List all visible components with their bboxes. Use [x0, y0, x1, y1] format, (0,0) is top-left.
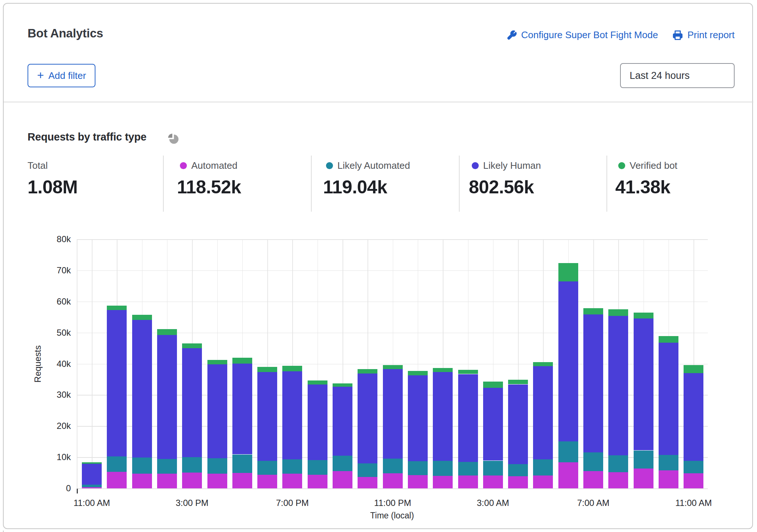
- bar-segment-automated[interactable]: [583, 471, 603, 488]
- bar-segment-likely-human[interactable]: [608, 316, 628, 455]
- bar-segment-verified-bot[interactable]: [207, 360, 227, 365]
- bar-segment-verified-bot[interactable]: [608, 309, 628, 316]
- bar-segment-likely-automated[interactable]: [684, 461, 703, 473]
- bar-segment-automated[interactable]: [157, 474, 177, 488]
- bar-segment-likely-human[interactable]: [433, 372, 453, 461]
- bar-segment-likely-human[interactable]: [583, 314, 603, 453]
- bar-segment-verified-bot[interactable]: [132, 315, 152, 320]
- bar-segment-likely-automated[interactable]: [282, 459, 302, 474]
- bar-segment-automated[interactable]: [182, 473, 202, 488]
- bar-segment-likely-human[interactable]: [533, 366, 553, 459]
- bar-segment-verified-bot[interactable]: [383, 365, 403, 369]
- bar-segment-verified-bot[interactable]: [232, 358, 252, 364]
- bar-segment-likely-human[interactable]: [207, 364, 227, 458]
- bar-segment-automated[interactable]: [684, 473, 703, 488]
- bar-segment-likely-human[interactable]: [634, 318, 653, 451]
- bar-segment-automated[interactable]: [107, 472, 127, 488]
- bar-segment-likely-automated[interactable]: [408, 461, 428, 475]
- bar-segment-likely-automated[interactable]: [132, 458, 152, 474]
- bar-segment-likely-automated[interactable]: [583, 452, 603, 471]
- bar-segment-verified-bot[interactable]: [257, 367, 277, 372]
- bar-segment-verified-bot[interactable]: [107, 306, 127, 310]
- bar-segment-likely-human[interactable]: [232, 364, 252, 455]
- bar-segment-likely-automated[interactable]: [182, 457, 202, 473]
- bar-segment-automated[interactable]: [207, 474, 227, 488]
- bar-segment-verified-bot[interactable]: [583, 308, 603, 314]
- bar-segment-likely-automated[interactable]: [508, 464, 528, 476]
- bar-segment-likely-automated[interactable]: [533, 459, 553, 475]
- bar-segment-automated[interactable]: [433, 476, 453, 488]
- bar-segment-verified-bot[interactable]: [433, 368, 453, 372]
- bar-segment-likely-automated[interactable]: [458, 462, 478, 475]
- bar-segment-automated[interactable]: [659, 470, 678, 488]
- bar-segment-automated[interactable]: [483, 475, 503, 488]
- bar-segment-verified-bot[interactable]: [182, 343, 202, 348]
- bar-segment-likely-automated[interactable]: [383, 459, 403, 473]
- bar-segment-automated[interactable]: [358, 477, 377, 488]
- bar-segment-likely-human[interactable]: [333, 387, 352, 456]
- bar-segment-likely-human[interactable]: [408, 375, 428, 461]
- bar-segment-verified-bot[interactable]: [558, 263, 578, 281]
- bar-segment-automated[interactable]: [458, 475, 478, 488]
- bar-segment-automated[interactable]: [308, 475, 327, 488]
- bar-segment-verified-bot[interactable]: [508, 380, 528, 385]
- bar-segment-automated[interactable]: [608, 472, 628, 488]
- bar-segment-likely-human[interactable]: [132, 320, 152, 458]
- bar-segment-likely-automated[interactable]: [107, 456, 127, 472]
- bar-segment-verified-bot[interactable]: [659, 336, 678, 343]
- bar-segment-likely-human[interactable]: [308, 385, 327, 460]
- bar-segment-likely-automated[interactable]: [358, 463, 377, 477]
- bar-segment-verified-bot[interactable]: [533, 362, 553, 366]
- bar-segment-automated[interactable]: [408, 475, 428, 488]
- bar-segment-likely-automated[interactable]: [433, 461, 453, 476]
- bar-segment-likely-automated[interactable]: [207, 458, 227, 474]
- bar-segment-likely-human[interactable]: [157, 335, 177, 459]
- bar-segment-verified-bot[interactable]: [358, 369, 377, 374]
- bar-segment-likely-human[interactable]: [684, 373, 703, 461]
- bar-segment-likely-automated[interactable]: [157, 459, 177, 474]
- bar-segment-automated[interactable]: [508, 476, 528, 488]
- bar-segment-verified-bot[interactable]: [408, 371, 428, 375]
- bar-segment-verified-bot[interactable]: [282, 366, 302, 371]
- bar-segment-likely-human[interactable]: [483, 388, 503, 461]
- bar-segment-automated[interactable]: [533, 475, 553, 488]
- bar-segment-automated[interactable]: [257, 475, 277, 488]
- bar-segment-verified-bot[interactable]: [308, 380, 327, 385]
- bar-segment-likely-automated[interactable]: [634, 451, 653, 469]
- bar-segment-verified-bot[interactable]: [333, 383, 352, 387]
- bar-segment-likely-human[interactable]: [659, 343, 678, 455]
- bar-segment-likely-automated[interactable]: [608, 455, 628, 472]
- bar-segment-likely-automated[interactable]: [558, 441, 578, 462]
- bar-segment-likely-human[interactable]: [358, 374, 377, 463]
- bar-segment-automated[interactable]: [82, 487, 102, 488]
- bar-segment-likely-automated[interactable]: [257, 461, 277, 474]
- bar-segment-likely-human[interactable]: [257, 372, 277, 461]
- bar-segment-likely-automated[interactable]: [82, 485, 102, 487]
- bar-segment-likely-human[interactable]: [458, 374, 478, 462]
- bar-segment-likely-human[interactable]: [282, 371, 302, 459]
- bar-segment-verified-bot[interactable]: [684, 365, 703, 373]
- bar-segment-verified-bot[interactable]: [458, 370, 478, 374]
- bar-segment-likely-human[interactable]: [82, 464, 102, 485]
- bar-segment-likely-human[interactable]: [508, 385, 528, 464]
- bar-segment-verified-bot[interactable]: [157, 329, 177, 335]
- bar-segment-likely-automated[interactable]: [308, 460, 327, 475]
- bar-segment-automated[interactable]: [333, 471, 352, 488]
- bar-segment-automated[interactable]: [132, 474, 152, 488]
- bar-segment-likely-human[interactable]: [107, 310, 127, 456]
- bar-segment-likely-automated[interactable]: [659, 455, 678, 470]
- bar-segment-likely-human[interactable]: [383, 369, 403, 459]
- bar-segment-automated[interactable]: [232, 473, 252, 488]
- bar-segment-likely-human[interactable]: [558, 281, 578, 441]
- bar-segment-likely-automated[interactable]: [483, 461, 503, 476]
- bar-segment-automated[interactable]: [634, 469, 653, 488]
- bar-segment-likely-human[interactable]: [182, 348, 202, 457]
- bar-segment-automated[interactable]: [558, 462, 578, 488]
- bar-segment-automated[interactable]: [282, 474, 302, 488]
- bar-segment-verified-bot[interactable]: [483, 382, 503, 388]
- bar-segment-likely-automated[interactable]: [232, 455, 252, 473]
- bar-segment-automated[interactable]: [383, 473, 403, 488]
- bar-segment-verified-bot[interactable]: [82, 462, 102, 464]
- bar-segment-verified-bot[interactable]: [634, 313, 653, 318]
- bar-segment-likely-automated[interactable]: [333, 456, 352, 471]
